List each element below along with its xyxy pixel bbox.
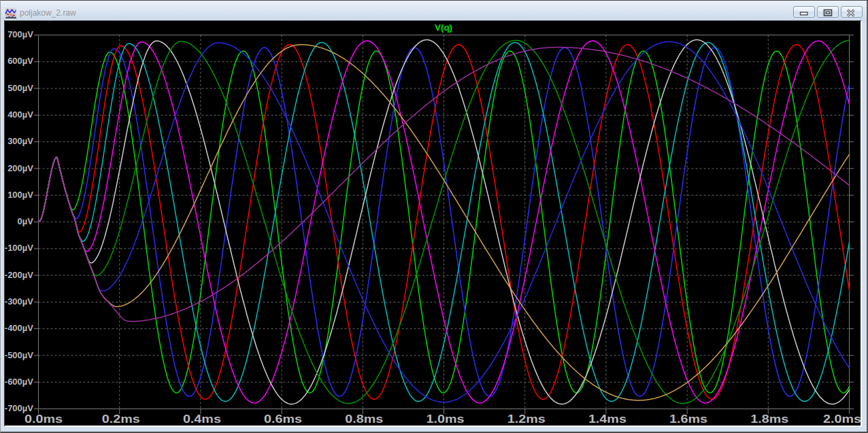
svg-text:1.8ms: 1.8ms — [750, 413, 788, 425]
svg-text:-700µV: -700µV — [5, 403, 34, 413]
svg-text:200µV: 200µV — [7, 163, 33, 173]
svg-text:V(q): V(q) — [435, 22, 452, 33]
svg-text:0µV: 0µV — [18, 216, 34, 226]
svg-text:-400µV: -400µV — [5, 323, 34, 333]
svg-text:300µV: 300µV — [7, 136, 33, 146]
svg-text:0.6ms: 0.6ms — [264, 413, 302, 425]
svg-text:500µV: 500µV — [7, 83, 33, 93]
svg-text:-300µV: -300µV — [5, 296, 34, 307]
svg-text:1.0ms: 1.0ms — [427, 413, 465, 425]
svg-text:400µV: 400µV — [7, 109, 33, 120]
svg-text:1.6ms: 1.6ms — [669, 413, 707, 425]
svg-text:-100µV: -100µV — [5, 243, 34, 253]
svg-text:-200µV: -200µV — [5, 270, 34, 280]
svg-text:0.2ms: 0.2ms — [102, 413, 140, 425]
svg-text:0.4ms: 0.4ms — [183, 413, 221, 425]
svg-text:-500µV: -500µV — [5, 350, 34, 360]
svg-text:700µV: 700µV — [7, 29, 33, 39]
svg-text:0.0ms: 0.0ms — [24, 413, 63, 425]
svg-text:2.0ms: 2.0ms — [823, 413, 861, 425]
svg-text:0.8ms: 0.8ms — [345, 413, 383, 425]
svg-text:1.4ms: 1.4ms — [588, 413, 627, 425]
svg-text:-600µV: -600µV — [5, 377, 34, 387]
svg-text:600µV: 600µV — [7, 56, 33, 66]
svg-text:100µV: 100µV — [7, 190, 33, 200]
svg-text:1.2ms: 1.2ms — [507, 413, 546, 425]
